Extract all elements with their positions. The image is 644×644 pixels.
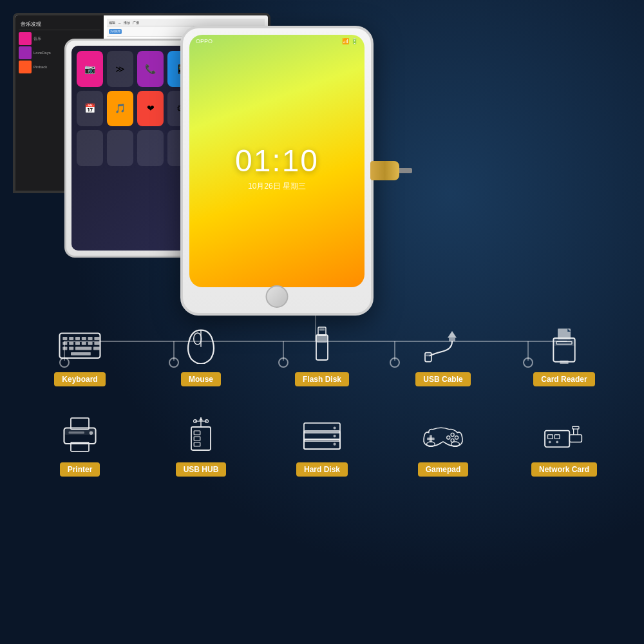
printer-item: Printer — [19, 406, 140, 483]
hard-disk-icon — [299, 415, 345, 454]
svg-rect-43 — [560, 361, 568, 364]
mouse-icon-wrap — [175, 322, 227, 367]
svg-point-76 — [549, 441, 551, 444]
usb-cable-icon — [421, 325, 466, 364]
svg-rect-16 — [82, 337, 86, 340]
svg-rect-24 — [94, 342, 99, 345]
svg-point-64 — [334, 443, 336, 446]
card-reader-label: Card Reader — [533, 372, 594, 386]
svg-rect-49 — [69, 431, 85, 434]
card-reader-icon — [542, 325, 587, 364]
network-card-icon-wrap — [538, 412, 590, 457]
phone-time: 01:10 — [235, 143, 319, 178]
svg-rect-15 — [75, 337, 80, 340]
keyboard-icon — [57, 325, 102, 364]
svg-rect-21 — [75, 342, 80, 345]
flash-disk-item: Flash Disk — [261, 316, 383, 393]
svg-point-68 — [455, 436, 458, 439]
usb-cable-icon-wrap — [417, 322, 469, 367]
svg-rect-20 — [69, 342, 73, 345]
usb-hub-icon — [178, 415, 223, 454]
phone-date: 10月26日 星期三 — [248, 181, 306, 192]
printer-icon — [57, 415, 102, 454]
svg-rect-18 — [94, 337, 99, 340]
svg-point-31 — [194, 333, 202, 345]
flash-disk-icon — [299, 325, 345, 364]
svg-point-63 — [334, 435, 336, 437]
svg-rect-26 — [69, 347, 73, 350]
svg-rect-13 — [62, 337, 67, 340]
svg-rect-56 — [194, 431, 200, 435]
svg-rect-25 — [62, 347, 67, 350]
svg-rect-74 — [548, 435, 553, 439]
svg-rect-66 — [427, 437, 434, 440]
mouse-item: Mouse — [140, 316, 261, 393]
svg-rect-22 — [82, 342, 86, 345]
gamepad-item: Gamepad — [383, 406, 504, 483]
svg-rect-75 — [554, 435, 560, 439]
svg-rect-78 — [569, 435, 582, 442]
hard-disk-icon-wrap — [296, 412, 348, 457]
svg-marker-54 — [199, 417, 203, 421]
svg-rect-19 — [62, 342, 67, 345]
svg-rect-37 — [425, 353, 431, 362]
mouse-label: Mouse — [181, 372, 221, 386]
usb-connector — [399, 168, 412, 173]
network-card-icon — [542, 415, 587, 454]
printer-label: Printer — [60, 462, 100, 477]
devices-section: 音乐发现 音乐 LoveDays Pinback 编辑…播放广播 为你推荐 — [0, 0, 644, 322]
phone-status-bar: OPPO 📶 🔋 — [189, 35, 365, 48]
usb-adapter — [370, 161, 399, 180]
network-card-item: Network Card — [504, 406, 625, 483]
usb-cable-label: USB Cable — [415, 372, 470, 386]
usb-hub-icon-wrap — [175, 412, 227, 457]
printer-icon-wrap — [54, 412, 106, 457]
svg-point-62 — [334, 426, 336, 429]
keyboard-item: Keyboard — [19, 316, 140, 393]
hard-disk-item: Hard Disk — [261, 406, 383, 483]
network-card-label: Network Card — [531, 462, 597, 477]
svg-rect-29 — [71, 352, 91, 355]
hard-disk-label: Hard Disk — [296, 462, 348, 477]
svg-point-70 — [447, 436, 450, 439]
keyboard-icon-wrap — [54, 322, 106, 367]
card-reader-item: Card Reader — [504, 316, 625, 393]
svg-rect-23 — [88, 342, 93, 345]
usb-hub-label: USB HUB — [176, 462, 227, 477]
card-reader-icon-wrap — [538, 322, 590, 367]
svg-rect-58 — [194, 442, 200, 446]
svg-rect-27 — [75, 347, 91, 350]
mouse-icon — [178, 325, 223, 364]
usb-cable-item: USB Cable — [383, 316, 504, 393]
svg-rect-38 — [426, 354, 430, 356]
sidebar-title: 音乐发现 — [19, 19, 100, 30]
svg-rect-57 — [194, 437, 200, 440]
svg-rect-14 — [69, 337, 73, 340]
svg-rect-35 — [319, 328, 325, 331]
gamepad-icon — [421, 415, 466, 454]
row-2: Printer USB HUB — [19, 406, 625, 483]
row-1: Keyboard Mouse Flash Disk — [19, 316, 625, 393]
keyboard-label: Keyboard — [54, 372, 105, 386]
svg-point-48 — [90, 431, 93, 435]
accessories-grid: Keyboard Mouse Flash Disk — [0, 316, 644, 483]
phone-device: OPPO 📶 🔋 01:10 10月26日 星期三 — [180, 26, 374, 316]
svg-point-77 — [556, 441, 558, 444]
svg-rect-36 — [449, 338, 455, 342]
svg-rect-28 — [93, 347, 100, 350]
phone-home-button — [266, 285, 289, 308]
usb-hub-item: USB HUB — [140, 406, 261, 483]
flash-disk-label: Flash Disk — [295, 372, 349, 386]
flash-disk-icon-wrap — [296, 322, 348, 367]
gamepad-label: Gamepad — [418, 462, 469, 477]
svg-point-67 — [451, 433, 454, 436]
svg-rect-81 — [573, 426, 579, 429]
svg-rect-17 — [88, 337, 93, 340]
gamepad-icon-wrap — [417, 412, 469, 457]
